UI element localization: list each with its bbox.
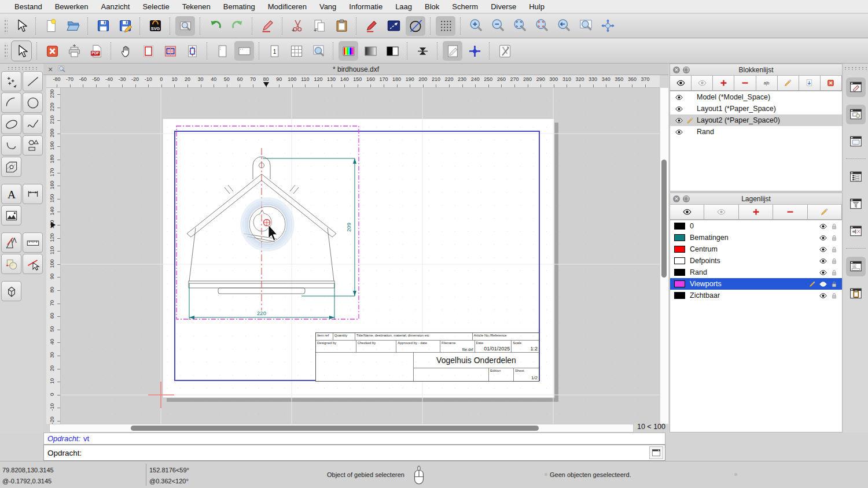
command-input[interactable] [82,446,649,460]
layer-lock-icon[interactable] [829,234,840,242]
print-preview-icon[interactable] [175,16,195,36]
add-block-icon[interactable] [713,76,734,91]
widget-layer-list-icon[interactable] [846,167,866,187]
remove-layer-icon[interactable] [773,205,807,220]
ellipse-icon[interactable] [1,114,21,134]
widget-library-icon[interactable] [846,105,866,124]
edit-icon[interactable] [362,16,381,36]
show-all-eye-icon[interactable] [670,76,692,91]
landscape-icon[interactable] [234,41,254,61]
multi-page-icon[interactable] [286,41,306,61]
layer-lock-icon[interactable] [829,257,840,265]
distance-icon[interactable] [384,16,403,36]
snap-grid-icon[interactable] [436,16,455,36]
layer-visibility-eye-icon[interactable] [818,245,829,254]
show-all-layers-icon[interactable] [670,205,704,220]
draft-tools-icon[interactable] [1,232,21,253]
vertical-scrollbar-thumb[interactable] [661,160,667,278]
remove-block-icon[interactable] [734,76,756,91]
widget-filter-icon[interactable] [846,194,866,214]
widget-clipboard-icon[interactable] [846,284,866,304]
menu-modificeren[interactable]: Modificeren [262,2,313,11]
layer-row[interactable]: Viewports [670,278,842,290]
layer-row[interactable]: Centrum [670,243,842,255]
zoom-page-icon[interactable] [308,41,328,61]
layer-row[interactable]: Defpoints [670,255,842,267]
polygon-icon[interactable] [23,135,43,156]
layer-visibility-eye-icon[interactable] [818,268,829,277]
menu-laag[interactable]: Laag [389,2,418,11]
menu-blok[interactable]: Blok [418,2,446,11]
horizontal-scrollbar[interactable] [49,424,634,432]
pointer-icon[interactable] [11,16,31,36]
layer-visibility-eye-icon[interactable] [818,234,829,242]
edit-layer-icon[interactable] [808,205,842,220]
layer-row[interactable]: Zichtbaar [670,290,842,301]
save-as-icon[interactable] [115,16,135,36]
color-mode-icon[interactable] [339,41,358,61]
block-visibility-eye-icon[interactable] [674,93,685,102]
redo-icon[interactable] [227,16,247,36]
single-page-icon[interactable]: 1 [264,41,284,61]
menu-tekenen[interactable]: Tekenen [176,2,217,11]
layer-visibility-eye-icon[interactable] [818,257,829,265]
layer-lock-icon[interactable] [829,268,840,277]
block-visibility-eye-icon[interactable] [674,105,685,113]
menu-vang[interactable]: Vang [313,2,343,11]
save-icon[interactable] [93,16,113,36]
crosshair-icon[interactable] [465,41,484,61]
pdf-export-icon[interactable]: PDF [86,41,106,61]
hide-all-layers-icon[interactable] [704,205,738,220]
new-file-icon[interactable] [41,16,61,36]
layer-visibility-eye-icon[interactable] [818,291,829,300]
dimension-icon[interactable] [23,184,43,204]
layer-lock-icon[interactable] [829,222,840,231]
detach-command-widget-button[interactable] [649,446,663,459]
print-icon[interactable] [64,41,84,61]
polyline-icon[interactable] [1,135,21,156]
add-layer-icon[interactable] [739,205,773,220]
block-list-item[interactable]: Rand [670,126,842,138]
layer-row[interactable]: Rand [670,267,842,278]
paper-space-icon[interactable] [160,41,180,61]
svg-export-icon[interactable]: SVG [145,16,165,36]
settings-icon[interactable] [495,41,514,61]
points-icon[interactable] [1,71,21,91]
hatch-icon[interactable] [1,157,21,177]
arc-icon[interactable] [1,93,21,113]
menu-bestand[interactable]: Bestand [8,2,49,11]
viewport-border-icon[interactable] [138,41,158,61]
menu-bemating[interactable]: Bemating [217,2,262,11]
modify-icon[interactable] [1,254,21,274]
menu-diverse[interactable]: Diverse [484,2,523,11]
zoom-selection-icon[interactable] [532,16,551,36]
widget-preview-icon[interactable] [846,132,866,151]
hide-all-eye-icon[interactable] [692,76,713,91]
delete-entities-icon[interactable] [258,16,277,36]
zoom-pan-icon[interactable] [598,16,617,36]
block-visibility-eye-icon[interactable] [674,128,685,136]
select-entity-icon[interactable] [23,254,43,274]
menu-selectie[interactable]: Selectie [136,2,175,11]
edit-block-icon[interactable] [778,76,799,91]
delete-block-icon[interactable] [821,76,842,91]
solid-3d-icon[interactable] [1,281,21,301]
circle-icon[interactable] [23,93,43,113]
spline-icon[interactable] [23,114,43,134]
pan-hand-icon[interactable] [116,41,136,61]
drawing-canvas[interactable]: 209 220 Item ref Quantity Title/Name, de… [61,88,660,424]
block-list-item[interactable]: Layout1 (*Paper_Space) [670,103,842,114]
copy-icon[interactable] [310,16,329,36]
layer-row[interactable]: Bematingen [670,232,842,243]
circle-line-icon[interactable] [406,16,425,36]
select-pointer-icon[interactable] [11,40,32,61]
menu-hulp[interactable]: Hulp [523,2,551,11]
close-drawing-icon[interactable] [42,41,62,61]
block-list-item[interactable]: Model (*Model_Space) [670,91,842,103]
layer-row[interactable]: 0 [670,220,842,232]
zoom-out-icon[interactable] [488,16,507,36]
portrait-icon[interactable] [212,41,232,61]
open-file-icon[interactable] [63,16,83,36]
vertical-scrollbar[interactable] [660,88,668,424]
zoom-auto-icon[interactable] [510,16,529,36]
